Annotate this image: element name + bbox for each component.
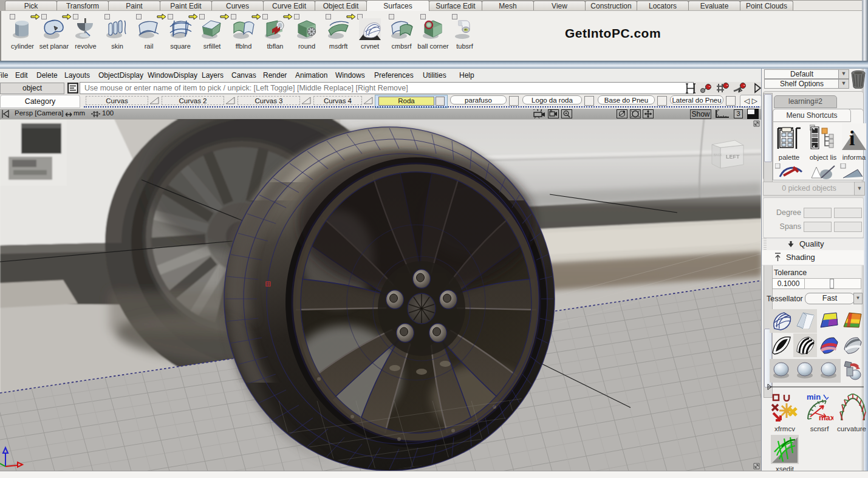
svg-text:BACK: BACK [714,153,722,157]
svg-text:LEFT: LEFT [726,154,740,160]
svg-text:min: min [807,392,821,401]
svg-text:max: max [819,413,833,422]
svg-text:i: i [849,127,855,149]
